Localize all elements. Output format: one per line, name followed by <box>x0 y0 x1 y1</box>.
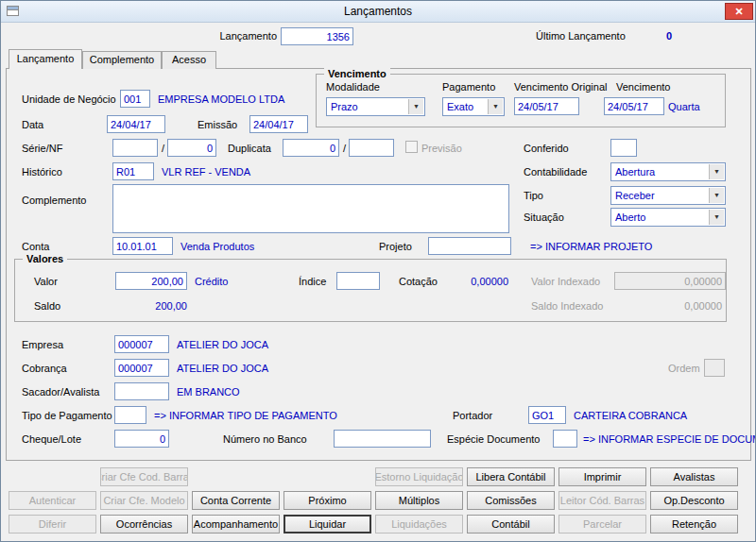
especie-documento-input[interactable] <box>553 430 577 448</box>
button-proximo[interactable]: Próximo <box>284 491 371 510</box>
valor-input[interactable] <box>115 272 187 290</box>
sacador-avalista-desc: EM BRANCO <box>177 386 240 398</box>
empresa-input[interactable] <box>114 335 169 353</box>
vencimento-input[interactable] <box>604 97 664 115</box>
empresa-desc: ATELIER DO JOCA <box>177 339 268 350</box>
cheque-lote-input[interactable] <box>114 430 169 448</box>
tipo-pagamento-desc: => INFORMAR TIPO DE PAGAMENTO <box>154 410 337 421</box>
vencimento-group: Vencimento Modalidade Prazo ▼ Pagamento … <box>316 74 726 127</box>
vencimento-group-title: Vencimento <box>324 68 390 79</box>
conferido-label: Conferido <box>524 143 569 154</box>
conferido-input[interactable] <box>610 139 637 157</box>
especie-documento-label: Espécie Documento <box>447 433 540 445</box>
complemento-textarea[interactable] <box>112 184 509 233</box>
conta-label: Conta <box>22 241 49 252</box>
tipo-select[interactable]: Receber ▼ <box>610 186 726 205</box>
serie-nf-slash: / <box>162 143 164 154</box>
vencimento-original-label: Vencimento Original <box>514 81 607 93</box>
sacador-avalista-label: Sacador/Avalista <box>22 386 99 398</box>
saldo-label: Saldo <box>34 300 60 312</box>
situacao-value: Aberto <box>615 212 645 223</box>
vencimento-original-input[interactable] <box>514 97 579 115</box>
button-parcelar: Parcelar <box>558 515 646 534</box>
ultimo-lancamento-value: 0 <box>666 30 672 42</box>
tab-complemento[interactable]: Complemento <box>82 51 162 69</box>
window-icon[interactable] <box>7 6 19 16</box>
serie-nf-number-input[interactable] <box>167 139 216 157</box>
projeto-label: Projeto <box>379 241 412 252</box>
saldo-value: 200,00 <box>115 300 187 312</box>
button-multiplos[interactable]: Múltiplos <box>375 491 463 510</box>
serie-nf-label: Série/NF <box>22 143 62 154</box>
button-acompanhamento[interactable]: Acompanhamento <box>192 515 280 534</box>
valor-label: Valor <box>34 276 58 287</box>
portador-label: Portador <box>453 410 492 421</box>
button-contabil[interactable]: Contábil <box>467 515 555 534</box>
duplicata-sub-input[interactable] <box>349 139 394 157</box>
button-op-desconto[interactable]: Op.Desconto <box>650 491 738 510</box>
close-button[interactable]: ✕ <box>725 3 753 20</box>
button-criar-cfe-cod-barras: Criar Cfe Cod. Barras <box>100 467 188 486</box>
button-leitor-cod-barras: Leitor Cód. Barras <box>558 491 646 510</box>
sacador-avalista-input[interactable] <box>114 382 169 400</box>
numero-banco-input[interactable] <box>334 430 431 448</box>
contabilidade-label: Contabilidade <box>524 166 587 178</box>
saldo-indexado-value: 0,00000 <box>614 300 722 312</box>
pagamento-label: Pagamento <box>442 81 495 93</box>
conta-desc: Venda Produtos <box>180 241 254 252</box>
button-avalistas[interactable]: Avalistas <box>650 467 738 486</box>
ultimo-lancamento-label: Último Lançamento <box>536 30 626 42</box>
valor-indexado-label: Valor Indexado <box>531 276 600 287</box>
button-imprimir[interactable]: Imprimir <box>558 467 646 486</box>
tab-lancamento[interactable]: Lançamento <box>9 49 82 69</box>
indice-label: Índice <box>299 276 326 287</box>
indice-input[interactable] <box>336 272 380 290</box>
button-diferir: Diferir <box>9 515 96 534</box>
projeto-input[interactable] <box>428 237 511 255</box>
button-criar-cfe-modelo: Criar Cfe. Modelo <box>100 491 188 510</box>
cobranca-input[interactable] <box>114 359 169 377</box>
situacao-select[interactable]: Aberto ▼ <box>610 208 726 227</box>
chevron-down-icon: ▼ <box>709 210 724 225</box>
button-libera-contabil[interactable]: Libera Contábil <box>467 467 555 486</box>
vencimento-label: Vencimento <box>616 81 670 93</box>
cotacao-label: Cotação <box>399 276 438 287</box>
valores-group: Valores Valor Crédito Índice Cotação 0,0… <box>14 259 727 322</box>
numero-banco-label: Número no Banco <box>223 433 307 445</box>
lancamentos-window: Lançamentos ✕ Lançamento Último Lançamen… <box>0 0 756 542</box>
data-label: Data <box>22 119 43 130</box>
portador-input[interactable] <box>528 406 566 424</box>
title-bar: Lançamentos ✕ <box>1 1 755 23</box>
chevron-down-icon: ▼ <box>488 99 503 114</box>
button-ocorrencias[interactable]: Ocorrências <box>100 515 188 534</box>
situacao-label: Situação <box>524 212 564 223</box>
empresa-label: Empresa <box>22 339 63 350</box>
unidade-negocio-input[interactable] <box>120 90 150 108</box>
tipo-pagamento-input[interactable] <box>114 406 146 424</box>
data-input[interactable] <box>107 115 165 133</box>
emissao-input[interactable] <box>249 115 308 133</box>
close-icon: ✕ <box>734 6 743 18</box>
button-autenticar: Autenticar <box>9 491 96 510</box>
pagamento-select[interactable]: Exato ▼ <box>442 97 505 116</box>
modalidade-select[interactable]: Prazo ▼ <box>326 97 425 116</box>
duplicata-input[interactable] <box>283 139 339 157</box>
tipo-label: Tipo <box>524 190 543 201</box>
historico-desc: VLR REF - VENDA <box>162 166 250 178</box>
lancamento-number-label: Lançamento <box>171 30 277 42</box>
button-comissoes[interactable]: Comissões <box>467 491 555 510</box>
button-liquidar[interactable]: Liquidar <box>284 515 371 534</box>
valor-desc: Crédito <box>195 276 228 287</box>
portador-desc: CARTEIRA COBRANCA <box>574 410 687 421</box>
contabilidade-select[interactable]: Abertura ▼ <box>610 162 726 181</box>
unidade-negocio-desc: EMPRESA MODELO LTDA <box>158 93 284 105</box>
tab-acesso[interactable]: Acesso <box>162 51 216 69</box>
serie-nf-input[interactable] <box>112 139 158 157</box>
button-retencao[interactable]: Retenção <box>650 515 738 534</box>
especie-documento-desc: => INFORMAR ESPECIE DE DOCUM <box>583 433 756 445</box>
historico-input[interactable] <box>112 162 154 180</box>
button-conta-corrente[interactable]: Conta Corrente <box>192 491 280 510</box>
conta-input[interactable] <box>112 237 173 255</box>
window-title: Lançamentos <box>344 5 412 18</box>
lancamento-number-input[interactable] <box>281 27 353 45</box>
